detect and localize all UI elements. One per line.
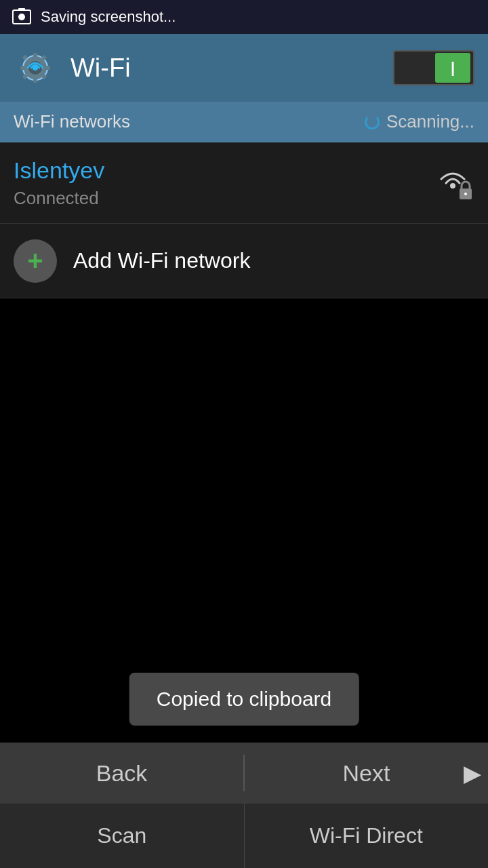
nav-buttons-bar: Back Next ▶ [0,743,488,804]
wifi-direct-label: Wi-Fi Direct [310,823,423,848]
next-label: Next [343,760,390,787]
toggle-knob [435,53,470,83]
next-arrow-icon: ▶ [464,760,481,787]
svg-rect-2 [18,8,25,11]
network-status: Connected [14,188,104,209]
content-area [0,298,488,732]
add-network-icon: + [14,239,57,283]
wifi-networks-label: Wi-Fi networks [14,111,130,132]
svg-rect-6 [33,53,37,58]
svg-rect-8 [20,66,26,70]
scanning-area: Scanning... [365,111,474,132]
bottom-nav: Scan Wi-Fi Direct [0,804,488,868]
back-label: Back [96,760,148,787]
network-info: Islentyev Connected [14,157,104,209]
status-bar: Saving screenshot... [0,0,488,34]
add-network-label: Add Wi-Fi network [73,248,250,273]
toast-text: Copied to clipboard [157,688,332,710]
app-header: Wi-Fi [0,34,488,102]
back-button[interactable]: Back [0,743,243,804]
svg-point-16 [464,193,467,195]
scan-label: Scan [97,823,146,848]
network-list: Islentyev Connected + Add Wi-Fi network [0,142,488,298]
wifi-direct-nav-item[interactable]: Wi-Fi Direct [245,804,489,868]
wifi-toggle[interactable] [393,50,474,85]
svg-rect-9 [45,66,50,70]
svg-point-1 [18,14,25,20]
scanning-text: Scanning... [386,111,474,132]
add-network-item[interactable]: + Add Wi-Fi network [0,224,488,298]
toast-notification: Copied to clipboard [129,673,359,726]
svg-rect-7 [33,77,37,83]
next-button[interactable]: Next ▶ [245,743,488,804]
section-header: Wi-Fi networks Scanning... [0,102,488,142]
scanning-spinner [365,115,380,130]
wifi-gear-icon [14,46,57,90]
network-item-islentyev[interactable]: Islentyev Connected [0,142,488,224]
screenshot-icon [11,6,33,28]
app-title: Wi-Fi [70,54,393,83]
network-name: Islentyev [14,157,104,184]
status-bar-text: Saving screenshot... [41,8,176,26]
svg-point-14 [450,183,455,189]
scan-nav-item[interactable]: Scan [0,804,245,868]
wifi-locked-icon [434,163,474,203]
